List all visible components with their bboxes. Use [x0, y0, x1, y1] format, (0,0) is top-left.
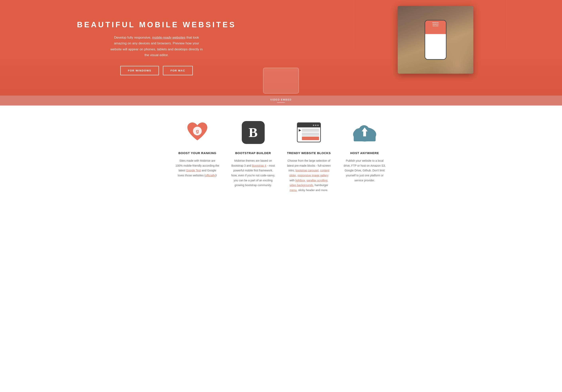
phone-mockup-inner: MOBIRISEWEBSITEBUILDER [398, 6, 473, 74]
browser-row-accent [302, 137, 319, 140]
feature-desc-ranking: Sites made with Mobirise are 100% mobile… [176, 158, 219, 178]
feature-col-ranking: g BOOST YOUR RANKING Sites made with Mob… [169, 119, 225, 193]
windows-button[interactable]: FOR WINDOWS [120, 66, 159, 75]
feature-title-blocks: TRENDY WEBSITE BLOCKS [287, 151, 331, 155]
feature-title-host: HOST ANYWHERE [343, 151, 386, 155]
feature-desc-bootstrap: Mobirise themes are based on Bootstrap 3… [231, 158, 275, 188]
browser-dot-1 [313, 125, 314, 126]
feature-icon-ranking-wrap: g [184, 119, 210, 145]
google-heart-icon: g [185, 121, 209, 143]
phone-screen: MOBIRISEWEBSITEBUILDER [425, 21, 446, 59]
browser-dot-2 [315, 125, 316, 126]
video-embed-label: VIDEO EMBED [3, 98, 559, 101]
feature-desc-bootstrap-p2: - most powerful mobile first framework. … [231, 164, 275, 187]
carousel-link[interactable]: bootstrap carousel [295, 169, 319, 172]
video-embed-line [277, 102, 285, 103]
hero-buttons: FOR WINDOWS FOR MAC [120, 66, 193, 75]
google-test-link[interactable]: Google Test [186, 169, 201, 172]
phone-screen-title: MOBIRISEWEBSITEBUILDER [426, 22, 445, 27]
hero-right-panel: MOBIRISEWEBSITEBUILDER [309, 0, 562, 96]
feature-title-bootstrap: BOOTSTRAP BUILDER [231, 151, 275, 155]
browser-body: ▶ [298, 127, 320, 141]
phone-device: MOBIRISEWEBSITEBUILDER [425, 20, 446, 60]
feature-icon-bootstrap-wrap: B [240, 119, 266, 145]
cloud-upload-icon [352, 122, 378, 142]
feature-title-ranking: BOOST YOUR RANKING [176, 151, 219, 155]
browser-row-2 [302, 133, 319, 136]
menu-link[interactable]: menu [290, 188, 296, 192]
feature-desc-host: Publish your website to a local drive, F… [343, 158, 386, 183]
browser-bar [298, 123, 320, 127]
hero-description: Develop fully responsive, mobile-ready w… [109, 35, 204, 58]
hero-desc-prefix: Develop fully responsive, [114, 36, 152, 39]
hero-left-panel: BEAUTIFUL MOBILE WEBSITES Develop fully … [0, 0, 309, 96]
phone-mockup: MOBIRISEWEBSITEBUILDER [398, 6, 473, 74]
feature-icon-blocks-wrap: ▶ [296, 119, 322, 145]
lightbox-link[interactable]: lightbox [295, 179, 305, 182]
browser-row-1 [302, 129, 319, 132]
feature-desc-ranking-p3: )! [215, 174, 217, 177]
parallax-link[interactable]: parallax scrolling [306, 179, 328, 182]
hero-section: BEAUTIFUL MOBILE WEBSITES Develop fully … [0, 0, 562, 96]
video-embed-bar: VIDEO EMBED [0, 96, 562, 105]
image-gallery-link[interactable]: responsive image gallery [297, 174, 328, 177]
svg-text:g: g [196, 128, 199, 134]
browser-dot-3 [317, 125, 319, 126]
feature-col-bootstrap: B BOOTSTRAP BUILDER Mobirise themes are … [225, 119, 281, 193]
hero-title: BEAUTIFUL MOBILE WEBSITES [77, 20, 236, 29]
feature-desc-blocks: Choose from the large selection of lates… [287, 158, 331, 193]
browser-blocks-icon: ▶ [297, 122, 321, 142]
feature-icon-host-wrap [352, 119, 378, 145]
feature-col-host: HOST ANYWHERE Publish your website to a … [337, 119, 393, 193]
feature-col-blocks: ▶ TRENDY WEBSITE BLOCKS Choose from the … [281, 119, 337, 193]
hero-desc-link[interactable]: mobile-ready websites [152, 36, 185, 39]
video-bg-link[interactable]: video backgrounds [290, 184, 313, 187]
bootstrap4-link[interactable]: Bootstrap 4 [252, 164, 266, 167]
bootstrap-icon: B [242, 121, 265, 144]
mac-button[interactable]: FOR MAC [163, 66, 193, 75]
officially-link[interactable]: officially [205, 174, 215, 177]
features-section: g BOOST YOUR RANKING Sites made with Mob… [0, 105, 562, 205]
